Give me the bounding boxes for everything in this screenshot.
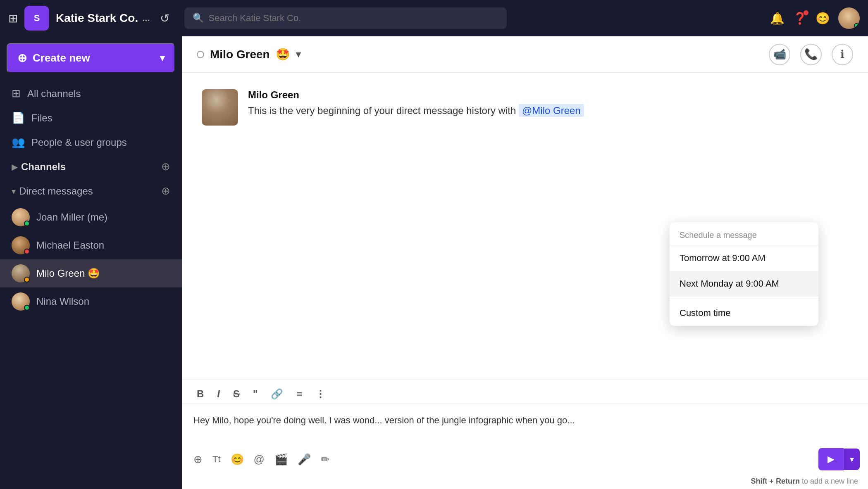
dm-section-label: Direct messages xyxy=(19,185,156,197)
topbar: ⊞ S Katie Stark Co. ... ↺ 🔍 🔔 ❓ 😊 xyxy=(0,0,868,36)
send-button[interactable]: ▶ xyxy=(818,448,844,470)
workspace-name[interactable]: Katie Stark Co. ... xyxy=(56,12,150,25)
chevron-right-icon: ▶ xyxy=(12,162,18,172)
channels-label: Channels xyxy=(21,161,156,173)
contact-status-circle xyxy=(197,51,204,58)
chat-body: Milo Green This is the very beginning of… xyxy=(182,73,868,380)
user-avatar[interactable] xyxy=(838,7,860,29)
search-input[interactable] xyxy=(209,13,498,24)
status-indicator xyxy=(24,277,30,282)
sidebar: ⊕ Create new ▾ ⊞ All channels 📄 Files 👥 … xyxy=(0,36,182,489)
create-new-label: Create new xyxy=(33,52,90,64)
send-button-group: ▶ ▾ xyxy=(818,448,860,470)
ordered-list-tool[interactable]: ≡ xyxy=(291,385,307,403)
dm-item-joan[interactable]: Joan Miller (me) xyxy=(0,203,182,231)
avatar-joan xyxy=(12,208,30,226)
unordered-list-tool[interactable]: ⋮ xyxy=(310,385,330,403)
chevron-down-icon: ▾ xyxy=(160,53,165,64)
video-icon[interactable]: 📹 xyxy=(769,44,790,65)
message-avatar xyxy=(202,89,238,126)
dm-name: Joan Miller (me) xyxy=(36,211,107,223)
chat-contact-name: Milo Green 🤩 ▾ xyxy=(197,47,300,61)
sidebar-item-all-channels[interactable]: ⊞ All channels xyxy=(0,81,182,106)
info-icon[interactable]: ℹ xyxy=(832,44,853,65)
message-intro-content: Milo Green This is the very beginning of… xyxy=(248,89,584,118)
compose-input[interactable]: Hey Milo, hope you're doing well. I was … xyxy=(182,404,868,445)
dm-name: Nina Wilson xyxy=(36,296,89,307)
schedule-option-custom[interactable]: Custom time xyxy=(670,300,818,326)
emoji-icon[interactable]: 😊 xyxy=(816,12,830,25)
more-options-icon[interactable]: ... xyxy=(142,13,150,24)
compose-area: B I S " 🔗 ≡ ⋮ Hey Milo, hope you're doin… xyxy=(182,380,868,489)
avatar-nina xyxy=(12,292,30,311)
files-icon: 📄 xyxy=(12,112,25,124)
phone-icon[interactable]: 📞 xyxy=(800,44,822,65)
sidebar-label: All channels xyxy=(27,88,81,100)
format-icon[interactable]: Tt xyxy=(209,451,224,468)
italic-tool[interactable]: I xyxy=(212,385,225,403)
plus-icon: ⊕ xyxy=(17,51,27,65)
schedule-dropdown: Schedule a message Tomorrow at 9:00 AM N… xyxy=(670,222,818,326)
chat-header: Milo Green 🤩 ▾ 📹 📞 ℹ xyxy=(182,36,868,73)
message-intro-text: This is the very beginning of your direc… xyxy=(248,103,584,118)
compose-text: Hey Milo, hope you're doing well. I was … xyxy=(193,415,575,425)
schedule-header: Schedule a message xyxy=(670,222,818,245)
strike-tool[interactable]: S xyxy=(228,385,245,403)
compose-bottom-toolbar: ⊕ Tt 😊 @ 🎬 🎤 ✏ ▶ ▾ xyxy=(182,445,868,475)
status-indicator xyxy=(24,305,30,311)
history-icon[interactable]: ↺ xyxy=(160,12,169,25)
canvas-icon[interactable]: ✏ xyxy=(317,450,333,469)
grid-icon[interactable]: ⊞ xyxy=(8,12,18,25)
mention-icon[interactable]: @ xyxy=(250,450,268,469)
main-content: ⊕ Create new ▾ ⊞ All channels 📄 Files 👥 … xyxy=(0,36,868,489)
bold-tool[interactable]: B xyxy=(192,385,209,403)
sidebar-label: Files xyxy=(31,112,52,124)
avatar-michael xyxy=(12,236,30,254)
sidebar-item-people[interactable]: 👥 People & user groups xyxy=(0,130,182,154)
contact-name-text: Milo Green xyxy=(210,48,270,61)
compose-toolbar: B I S " 🔗 ≡ ⋮ xyxy=(182,380,868,404)
message-sender: Milo Green xyxy=(248,89,584,101)
schedule-divider xyxy=(670,298,818,299)
link-tool[interactable]: 🔗 xyxy=(266,385,288,403)
add-channel-icon[interactable]: ⊕ xyxy=(161,160,170,173)
people-icon: 👥 xyxy=(12,136,25,149)
dm-name: Milo Green 🤩 xyxy=(36,268,100,279)
topbar-icons: 🔔 ❓ 😊 xyxy=(770,7,860,29)
mention-tag[interactable]: @Milo Green xyxy=(519,104,584,117)
channels-grid-icon: ⊞ xyxy=(12,87,21,100)
shortcut-hint: Shift + Return to add a new line xyxy=(182,475,868,489)
dm-name: Michael Easton xyxy=(36,240,104,251)
gif-icon[interactable]: 🎬 xyxy=(271,450,291,469)
chevron-down-icon: ▾ xyxy=(12,186,16,196)
dm-item-milo[interactable]: Milo Green 🤩 xyxy=(0,259,182,287)
sidebar-label: People & user groups xyxy=(31,137,127,148)
emoji-picker-icon[interactable]: 😊 xyxy=(227,450,247,469)
chat-header-icons: 📹 📞 ℹ xyxy=(769,44,853,65)
quote-tool[interactable]: " xyxy=(248,385,262,403)
dm-item-nina[interactable]: Nina Wilson xyxy=(0,287,182,316)
schedule-option-next-monday[interactable]: Next Monday at 9:00 AM xyxy=(670,271,818,297)
attach-icon[interactable]: ⊕ xyxy=(190,450,206,469)
search-icon: 🔍 xyxy=(193,13,204,24)
contact-emoji: 🤩 xyxy=(276,47,290,61)
notifications-icon[interactable]: 🔔 xyxy=(770,12,785,25)
search-bar[interactable]: 🔍 xyxy=(184,7,507,29)
chat-area: Milo Green 🤩 ▾ 📹 📞 ℹ Milo Green This is … xyxy=(182,36,868,489)
direct-messages-section[interactable]: ▾ Direct messages ⊕ xyxy=(0,179,182,203)
dm-item-michael[interactable]: Michael Easton xyxy=(0,231,182,259)
create-new-button[interactable]: ⊕ Create new ▾ xyxy=(7,43,175,73)
avatar-milo xyxy=(12,264,30,282)
chat-chevron-icon[interactable]: ▾ xyxy=(296,49,300,60)
schedule-option-tomorrow[interactable]: Tomorrow at 9:00 AM xyxy=(670,245,818,271)
message-intro: Milo Green This is the very beginning of… xyxy=(202,89,848,126)
mic-icon[interactable]: 🎤 xyxy=(294,450,314,469)
status-indicator xyxy=(24,221,30,226)
add-dm-icon[interactable]: ⊕ xyxy=(161,185,170,197)
sidebar-item-files[interactable]: 📄 Files xyxy=(0,106,182,130)
workspace-logo[interactable]: S xyxy=(24,6,49,31)
help-icon[interactable]: ❓ xyxy=(793,12,807,25)
status-indicator xyxy=(24,249,30,254)
send-dropdown-button[interactable]: ▾ xyxy=(844,449,860,470)
channels-section[interactable]: ▶ Channels ⊕ xyxy=(0,154,182,179)
